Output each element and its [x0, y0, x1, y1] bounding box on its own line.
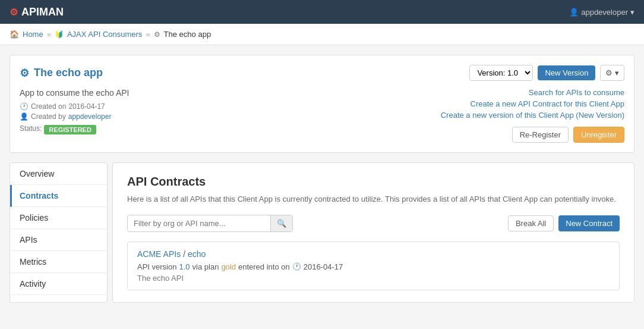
user-menu[interactable]: 👤 appdeveloper ▾ [569, 8, 634, 17]
user-icon: 👤 [20, 112, 29, 121]
contract-note: The echo API [137, 274, 610, 283]
main-container: ⚙ The echo app Version: 1.0 New Version … [0, 45, 644, 312]
break-all-button[interactable]: Break All [508, 215, 554, 231]
slash-separator: / [183, 249, 185, 259]
app-description: App to consume the echo API [20, 88, 441, 98]
created-on: 🕐 Created on 2016-04-17 [20, 102, 441, 111]
created-by-label: Created by [31, 112, 66, 121]
policies-label: Policies [20, 213, 48, 223]
filter-actions: Break All New Contract [508, 215, 620, 231]
sidebar: Overview Contracts Policies APIs Metrics… [10, 162, 108, 303]
new-version-button[interactable]: New Version [538, 65, 595, 80]
breadcrumb-org[interactable]: AJAX API Consumers [67, 30, 142, 39]
new-contract-button[interactable]: New Contract [558, 215, 620, 231]
api-version-label: API version [137, 262, 176, 271]
app-right: Search for APIs to consume Create a new … [441, 88, 624, 143]
contract-item: ACME APIs / echo API version 1.0 via pla… [127, 242, 620, 290]
sidebar-item-contracts[interactable]: Contracts [10, 185, 107, 207]
filter-input[interactable] [128, 215, 270, 231]
contract-api-link[interactable]: echo [188, 249, 206, 259]
app-left: App to consume the echo API 🕐 Created on… [20, 88, 441, 143]
created-by-link[interactable]: appdeveloper [68, 112, 112, 121]
sidebar-item-activity[interactable]: Activity [10, 273, 107, 295]
entered-on-label: entered into on [238, 262, 290, 271]
app-icon: ⚙ [154, 30, 160, 39]
username: appdeveloper [581, 8, 628, 17]
section-title: API Contracts [127, 175, 620, 189]
filter-search-button[interactable]: 🔍 [270, 215, 292, 231]
breadcrumb-sep1: » [47, 30, 51, 39]
navbar: ⚙ APIMAN 👤 appdeveloper ▾ [0, 0, 644, 24]
app-card: ⚙ The echo app Version: 1.0 New Version … [10, 55, 634, 153]
contracts-label: Contracts [20, 191, 58, 200]
create-contract-link[interactable]: Create a new API Contract for this Clien… [471, 99, 624, 108]
breadcrumb-home[interactable]: Home [23, 30, 43, 39]
metrics-label: Metrics [20, 257, 46, 267]
app-header-actions: Version: 1.0 New Version ⚙ ▾ [469, 65, 624, 81]
apis-label: APIs [20, 235, 37, 245]
breadcrumb-sep2: » [146, 30, 150, 39]
app-gear-icon: ⚙ [20, 67, 29, 80]
clock-icon: 🕐 [292, 262, 301, 271]
sidebar-item-apis[interactable]: APIs [10, 229, 107, 251]
brand: ⚙ APIMAN [10, 6, 64, 18]
sidebar-item-metrics[interactable]: Metrics [10, 251, 107, 273]
activity-label: Activity [20, 279, 46, 289]
gear-icon: ⚙ [10, 7, 18, 18]
contract-plan: gold [221, 262, 236, 271]
brand-text: APIMAN [21, 6, 64, 18]
settings-button[interactable]: ⚙ ▾ [600, 65, 624, 81]
contract-meta: API version 1.0 via plan gold entered in… [137, 262, 610, 271]
contract-version: 1.0 [179, 262, 190, 271]
breadcrumb-app: The echo app [164, 30, 211, 39]
filter-input-wrap: 🔍 [127, 215, 293, 232]
app-name: The echo app [34, 67, 103, 79]
breadcrumb: 🏠 Home » 🔰 AJAX API Consumers » ⚙ The ec… [0, 24, 644, 45]
re-register-button[interactable]: Re-Register [512, 127, 569, 143]
created-date: 2016-04-17 [68, 102, 105, 111]
created-by: 👤 Created by appdeveloper [20, 112, 441, 121]
app-card-header: ⚙ The echo app Version: 1.0 New Version … [20, 65, 624, 81]
user-icon: 👤 [569, 8, 579, 17]
sidebar-item-policies[interactable]: Policies [10, 207, 107, 229]
org-icon: 🔰 [55, 30, 64, 39]
app-right-actions: Re-Register Unregister [512, 127, 624, 143]
unregister-button[interactable]: Unregister [573, 127, 624, 143]
section-desc: Here is a list of all APIs that this Cli… [127, 193, 620, 205]
status-badge: REGISTERED [44, 125, 96, 134]
clock-icon: 🕐 [20, 102, 29, 111]
app-card-body: App to consume the echo API 🕐 Created on… [20, 88, 624, 143]
status-label: Status: [20, 124, 42, 133]
status-row: Status: REGISTERED [20, 123, 441, 134]
overview-label: Overview [20, 169, 54, 178]
sidebar-item-overview[interactable]: Overview [10, 163, 107, 185]
content-layout: Overview Contracts Policies APIs Metrics… [10, 162, 634, 303]
app-title: ⚙ The echo app [20, 67, 103, 80]
version-select[interactable]: Version: 1.0 [469, 65, 533, 81]
contract-org-link[interactable]: ACME APIs [137, 249, 181, 259]
chevron-down-icon: ▾ [630, 8, 634, 17]
search-apis-link[interactable]: Search for APIs to consume [529, 88, 624, 97]
created-on-label: Created on [31, 102, 66, 111]
via-label: via plan [192, 262, 219, 271]
main-content: API Contracts Here is a list of all APIs… [112, 162, 634, 303]
contract-title: ACME APIs / echo [137, 249, 610, 259]
contract-date: 2016-04-17 [304, 262, 343, 271]
filter-bar: 🔍 Break All New Contract [127, 215, 620, 232]
home-icon: 🏠 [10, 30, 19, 39]
create-version-link[interactable]: Create a new version of this Client App … [441, 111, 624, 120]
